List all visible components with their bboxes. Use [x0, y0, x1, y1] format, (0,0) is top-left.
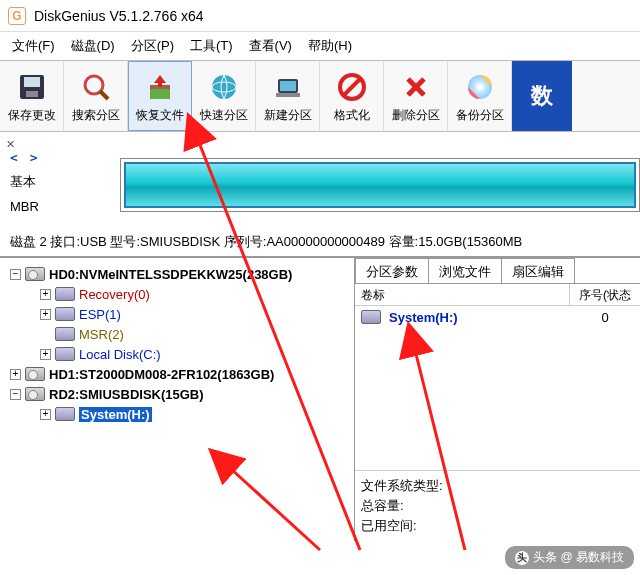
- recover-button[interactable]: 恢复文件: [128, 61, 192, 131]
- svg-point-7: [212, 75, 236, 99]
- backup-button[interactable]: 备份分区: [448, 61, 512, 131]
- row-serial: 0: [570, 310, 640, 325]
- expand-icon[interactable]: +: [10, 369, 21, 380]
- svg-rect-5: [150, 89, 170, 99]
- partition-icon: [55, 347, 75, 361]
- expand-icon[interactable]: +: [40, 289, 51, 300]
- tab-parameters[interactable]: 分区参数: [355, 258, 429, 283]
- svg-line-4: [100, 91, 108, 99]
- search-button[interactable]: 搜索分区: [64, 61, 128, 131]
- svg-rect-2: [26, 91, 38, 97]
- list-header: 卷标 序号(状态: [355, 284, 640, 306]
- tree-esp[interactable]: ESP(1): [79, 307, 121, 322]
- stat-used: 已用空间:: [361, 517, 634, 535]
- menu-tool[interactable]: 工具(T): [184, 34, 239, 58]
- format-button[interactable]: 格式化: [320, 61, 384, 131]
- disk-icon: [25, 267, 45, 281]
- svg-line-13: [344, 79, 360, 95]
- disk-info-line: 磁盘 2 接口:USB 型号:SMIUSBDISK 序列号:AA00000000…: [0, 228, 640, 257]
- x-icon: [398, 69, 434, 105]
- tree-system-selected[interactable]: System(H:): [79, 407, 152, 422]
- window-title: DiskGenius V5.1.2.766 x64: [34, 8, 204, 24]
- collapse-icon[interactable]: −: [10, 269, 21, 280]
- svg-rect-10: [280, 81, 296, 91]
- app-logo-icon: G: [8, 7, 26, 25]
- tree-rd2[interactable]: RD2:SMIUSBDISK(15GB): [49, 387, 204, 402]
- partition-icon: [55, 327, 75, 341]
- partition-icon: [55, 287, 75, 301]
- tree-hd1[interactable]: HD1:ST2000DM008-2FR102(1863GB): [49, 367, 274, 382]
- magnifier-icon: [78, 69, 114, 105]
- disk-icon: [25, 367, 45, 381]
- expand-icon[interactable]: +: [40, 349, 51, 360]
- row-name: System(H:): [389, 310, 458, 325]
- tree-recovery[interactable]: Recovery(0): [79, 287, 150, 302]
- stat-fs: 文件系统类型:: [361, 477, 634, 495]
- col-label[interactable]: 卷标: [355, 284, 570, 305]
- expand-icon[interactable]: +: [40, 409, 51, 420]
- list-row[interactable]: System(H:) 0: [355, 306, 640, 328]
- svg-point-17: [477, 84, 483, 90]
- disk-scheme: MBR: [10, 199, 120, 214]
- new-partition-button[interactable]: 新建分区: [256, 61, 320, 131]
- partition-icon: [55, 307, 75, 321]
- col-serial[interactable]: 序号(状态: [570, 284, 640, 305]
- menu-partition[interactable]: 分区(P): [125, 34, 180, 58]
- disk-type: 基本: [10, 173, 120, 191]
- tab-sector[interactable]: 扇区编辑: [501, 258, 575, 283]
- svg-rect-11: [276, 93, 300, 97]
- recover-icon: [142, 69, 178, 105]
- collapse-icon[interactable]: −: [10, 389, 21, 400]
- menu-disk[interactable]: 磁盘(D): [65, 34, 121, 58]
- right-panel: 分区参数 浏览文件 扇区编辑 卷标 序号(状态 System(H:) 0 文件系…: [355, 258, 640, 541]
- no-icon: [334, 69, 370, 105]
- partition-icon: [361, 310, 381, 324]
- stats: 文件系统类型: 总容量: 已用空间:: [355, 470, 640, 541]
- partition-icon: [55, 407, 75, 421]
- disk-bar[interactable]: [120, 158, 640, 212]
- tree-hd0[interactable]: HD0:NVMeINTELSSDPEKKW25(238GB): [49, 267, 292, 282]
- delete-partition-button[interactable]: 删除分区: [384, 61, 448, 131]
- menu-view[interactable]: 查看(V): [243, 34, 298, 58]
- tree-msr[interactable]: MSR(2): [79, 327, 124, 342]
- cd-icon: [462, 69, 498, 105]
- disk-icon: [25, 387, 45, 401]
- disk-map-area: ✕ < > 基本 MBR: [0, 132, 640, 228]
- partition-tree[interactable]: −HD0:NVMeINTELSSDPEKKW25(238GB) +Recover…: [0, 258, 355, 541]
- save-button[interactable]: 保存更改: [0, 61, 64, 131]
- svg-rect-1: [24, 77, 40, 87]
- quick-partition-button[interactable]: 快速分区: [192, 61, 256, 131]
- promo-banner[interactable]: 数: [512, 61, 572, 131]
- globe-icon: [206, 69, 242, 105]
- tree-local[interactable]: Local Disk(C:): [79, 347, 161, 362]
- menu-file[interactable]: 文件(F): [6, 34, 61, 58]
- watermark-icon: 头: [515, 551, 529, 565]
- titlebar: G DiskGenius V5.1.2.766 x64: [0, 0, 640, 32]
- menubar: 文件(F) 磁盘(D) 分区(P) 工具(T) 查看(V) 帮助(H): [0, 32, 640, 60]
- stat-total: 总容量:: [361, 497, 634, 515]
- list-body[interactable]: System(H:) 0: [355, 306, 640, 470]
- expand-icon[interactable]: +: [40, 309, 51, 320]
- tab-browse[interactable]: 浏览文件: [428, 258, 502, 283]
- menu-help[interactable]: 帮助(H): [302, 34, 358, 58]
- tabs: 分区参数 浏览文件 扇区编辑: [355, 258, 640, 284]
- laptop-icon: [270, 69, 306, 105]
- close-icon[interactable]: ✕: [6, 138, 15, 151]
- watermark: 头 头条 @ 易数科技: [505, 546, 634, 569]
- floppy-icon: [14, 69, 50, 105]
- toolbar: 保存更改 搜索分区 恢复文件 快速分区 新建分区 格式化 删除分区 备份分区 数: [0, 60, 640, 132]
- nav-arrows[interactable]: < >: [10, 150, 120, 165]
